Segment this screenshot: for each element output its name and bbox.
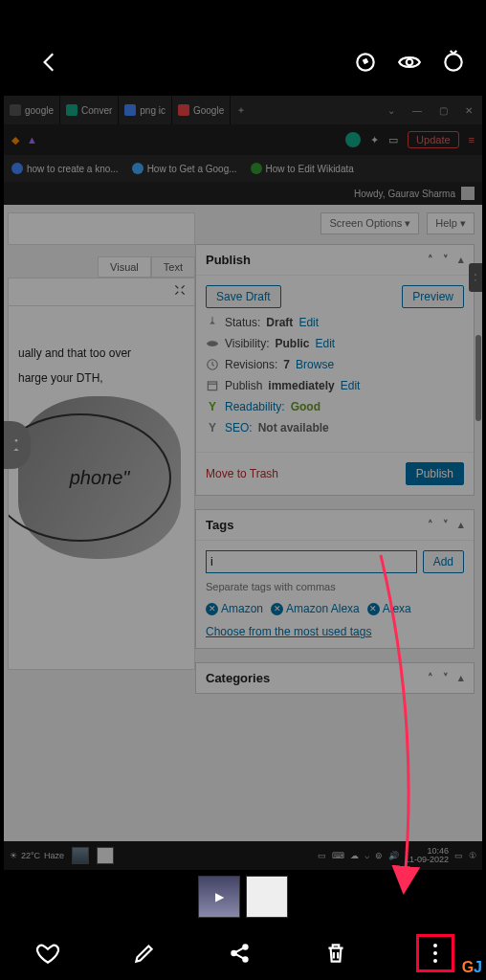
revisions-browse-link[interactable]: Browse — [296, 358, 334, 371]
tray-volume-icon[interactable]: 🔊 — [388, 851, 399, 860]
bookmark-2[interactable]: How to Edit Wikidata — [251, 163, 354, 174]
tray-network-icon[interactable]: ⌵ — [364, 851, 369, 860]
tag-chip[interactable]: ✕Amazon Alexa — [271, 602, 360, 615]
tab-visual[interactable]: Visual — [98, 256, 151, 278]
window-max-icon[interactable]: ▢ — [439, 105, 448, 116]
eye-icon[interactable] — [396, 49, 423, 76]
rotate-icon[interactable] — [440, 49, 467, 76]
seo-link[interactable]: SEO: — [225, 421, 253, 434]
delete-button[interactable] — [320, 937, 352, 969]
tray-cloud-icon[interactable]: ☁ — [350, 851, 359, 860]
tags-add-button[interactable]: Add — [423, 550, 464, 573]
screenshot-viewport: google Conver png ic Google ＋ ⌄ — ▢ ✕ ◆ … — [4, 96, 482, 870]
tray-notif-icon[interactable]: ▭ — [454, 851, 463, 860]
panel-toggle-icon[interactable]: ▴ — [458, 519, 464, 531]
brave-icon[interactable]: ▲ — [27, 134, 37, 145]
remove-tag-icon: ✕ — [206, 603, 218, 615]
extensions-icon[interactable]: ✦ — [370, 134, 379, 146]
bookmark-1[interactable]: How to Get a Goog... — [132, 163, 237, 174]
status-edit-link[interactable]: Edit — [298, 316, 319, 329]
wallet-icon[interactable]: ▭ — [388, 134, 398, 146]
help-button[interactable]: Help ▾ — [427, 212, 475, 234]
tray-clock[interactable]: 10:4611-09-2022 — [405, 847, 449, 864]
update-button[interactable]: Update — [408, 131, 458, 148]
panel-toggle-icon[interactable]: ▴ — [458, 672, 464, 684]
shield-icon[interactable]: ◆ — [11, 134, 19, 146]
weather-widget[interactable]: ☀22°CHaze — [10, 851, 64, 860]
publish-button[interactable]: Publish — [406, 462, 464, 485]
choose-tags-link[interactable]: Choose from the most used tags — [206, 625, 464, 638]
tray-wifi-icon[interactable]: ⊚ — [375, 851, 383, 860]
svg-point-1 — [407, 59, 413, 66]
editor-toolbar — [8, 278, 195, 306]
panel-up-icon[interactable]: ˄ — [428, 254, 433, 266]
gallery-bottom-bar — [0, 926, 486, 980]
tab-text[interactable]: Text — [151, 256, 195, 278]
share-button[interactable] — [224, 937, 256, 969]
tray-icon[interactable]: ▭ — [318, 851, 326, 860]
more-button[interactable] — [416, 934, 454, 972]
panel-down-icon[interactable]: ˅ — [443, 672, 449, 684]
tab-0[interactable]: google — [4, 96, 60, 124]
editor-line: ually and that too over — [18, 346, 185, 360]
tab-1[interactable]: Conver — [60, 96, 119, 124]
bookmark-0[interactable]: how to create a kno... — [11, 163, 119, 174]
back-button[interactable] — [36, 49, 63, 76]
fullscreen-icon[interactable] — [173, 283, 187, 301]
readability-link[interactable]: Readability: — [225, 400, 285, 413]
tray-badge-icon[interactable]: ① — [469, 851, 476, 860]
strip-thumb-current[interactable] — [246, 876, 288, 918]
bookmarks-bar: how to create a kno... How to Get a Goog… — [4, 155, 482, 182]
tag-chip[interactable]: ✕Amazon — [206, 602, 263, 615]
remove-tag-icon: ✕ — [271, 603, 283, 615]
tags-input[interactable] — [206, 550, 417, 573]
window-min-icon[interactable]: — — [412, 105, 422, 116]
lens-icon[interactable] — [352, 49, 379, 76]
favorite-button[interactable] — [32, 937, 64, 969]
schedule-edit-link[interactable]: Edit — [341, 379, 361, 392]
menu-icon[interactable]: ≡ — [469, 134, 475, 145]
avatar[interactable] — [461, 187, 475, 200]
svg-point-10 — [243, 957, 247, 961]
preview-button[interactable]: Preview — [402, 285, 464, 308]
browser-tabs: google Conver png ic Google ＋ ⌄ — ▢ ✕ — [4, 96, 482, 124]
yoast-readability-icon: Y — [206, 400, 219, 413]
tag-chip[interactable]: ✕Alexa — [367, 602, 411, 615]
strip-thumb-video[interactable] — [198, 876, 240, 918]
tab-dropdown-icon[interactable]: ⌄ — [387, 105, 395, 116]
panel-up-icon[interactable]: ˄ — [428, 519, 433, 531]
tags-title: Tags — [206, 518, 233, 532]
tab-new[interactable]: ＋ — [231, 96, 252, 124]
panel-up-icon[interactable]: ˄ — [428, 672, 433, 684]
panel-toggle-icon[interactable]: ▴ — [458, 254, 464, 266]
taskbar-thumb[interactable] — [97, 847, 114, 864]
panel-down-icon[interactable]: ˅ — [443, 254, 449, 266]
yoast-seo-icon: Y — [206, 421, 219, 434]
grammarly-icon[interactable] — [345, 132, 361, 147]
svg-point-2 — [445, 54, 461, 70]
svg-point-4 — [210, 342, 214, 345]
editor-body[interactable]: ually and that too over harge your DTH, … — [8, 306, 195, 670]
tab-3[interactable]: Google — [172, 96, 231, 124]
howdy-text: Howdy, Gaurav Sharma — [354, 189, 455, 199]
tags-hint: Separate tags with commas — [206, 581, 464, 592]
scrollbar[interactable] — [475, 335, 481, 421]
calendar-icon — [206, 379, 219, 392]
edit-button[interactable] — [128, 937, 161, 969]
panel-down-icon[interactable]: ˅ — [443, 519, 449, 531]
editor-line: harge your DTH, — [18, 371, 185, 385]
title-input[interactable] — [8, 212, 195, 245]
screen-options-button[interactable]: Screen Options ▾ — [320, 212, 419, 234]
visibility-edit-link[interactable]: Edit — [315, 337, 335, 350]
eye-icon — [206, 337, 219, 350]
editor-image: phone" — [18, 396, 181, 559]
move-to-trash-link[interactable]: Move to Trash — [206, 467, 278, 480]
window-close-icon[interactable]: ✕ — [465, 105, 473, 116]
windows-taskbar: ☀22°CHaze ▭ ⌨ ☁ ⌵ ⊚ 🔊 10:4611-09-2022 ▭ … — [4, 841, 482, 870]
publish-panel: Publish ˄ ˅ ▴ Save Draft Preview — [195, 244, 475, 496]
taskbar-thumb[interactable] — [72, 847, 89, 864]
tab-2[interactable]: png ic — [119, 96, 172, 124]
tray-icon[interactable]: ⌨ — [332, 851, 344, 860]
accessibility-handle[interactable] — [469, 263, 482, 292]
save-draft-button[interactable]: Save Draft — [206, 285, 281, 308]
